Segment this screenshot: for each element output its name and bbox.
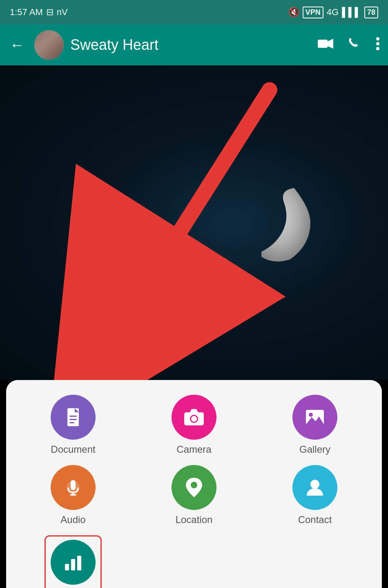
poll-highlight-box: Poll xyxy=(45,535,102,588)
moon-decoration xyxy=(261,184,314,262)
svg-rect-22 xyxy=(65,564,69,570)
svg-rect-0 xyxy=(318,40,328,48)
attach-document[interactable]: Document xyxy=(51,395,96,455)
svg-point-4 xyxy=(376,47,379,50)
attach-poll[interactable]: Poll xyxy=(45,535,102,588)
network-type: 4G xyxy=(327,7,339,18)
attach-contact[interactable]: Contact xyxy=(292,465,337,525)
document-label: Document xyxy=(51,444,95,455)
camera-circle xyxy=(172,395,216,440)
status-bar-right: 🔇 VPN 4G ▌▌▌ 78 xyxy=(288,7,378,18)
svg-point-3 xyxy=(376,42,379,45)
svg-line-6 xyxy=(114,90,270,335)
svg-marker-1 xyxy=(328,39,333,49)
svg-rect-10 xyxy=(69,422,74,423)
location-circle xyxy=(172,465,216,510)
audio-label: Audio xyxy=(60,514,85,525)
chat-background xyxy=(0,65,388,380)
signal-icon: ▌▌▌ xyxy=(342,7,361,18)
carrier-name: nV xyxy=(57,7,68,18)
sim-icon: ⊟ xyxy=(46,7,54,18)
svg-rect-24 xyxy=(77,556,81,570)
svg-point-21 xyxy=(310,480,319,489)
svg-rect-23 xyxy=(71,559,75,570)
camera-label: Camera xyxy=(176,444,211,455)
red-arrow-overlay xyxy=(0,65,388,380)
phone-call-icon[interactable] xyxy=(346,36,363,55)
chat-toolbar: ← Sweaty Heart xyxy=(0,25,388,65)
svg-point-2 xyxy=(376,37,379,40)
toolbar-actions xyxy=(316,35,381,55)
attach-gallery[interactable]: Gallery xyxy=(292,395,337,455)
status-bar: 1:57 AM ⊟ nV 🔇 VPN 4G ▌▌▌ 78 xyxy=(0,0,388,25)
contact-name[interactable]: Sweaty Heart xyxy=(70,36,310,54)
status-time: 1:57 AM xyxy=(10,7,43,18)
attachment-panel: Document Camera xyxy=(6,380,382,588)
battery-level: 78 xyxy=(364,7,378,18)
attach-audio[interactable]: Audio xyxy=(51,465,96,525)
svg-point-20 xyxy=(191,482,197,488)
audio-circle xyxy=(51,465,96,510)
video-call-icon[interactable] xyxy=(316,36,335,54)
attach-location[interactable]: Location xyxy=(172,465,216,525)
attach-camera[interactable]: Camera xyxy=(172,395,216,455)
svg-rect-9 xyxy=(69,419,77,420)
svg-point-13 xyxy=(191,416,197,422)
status-bar-left: 1:57 AM ⊟ nV xyxy=(10,7,68,18)
contact-avatar[interactable] xyxy=(34,30,64,60)
document-circle xyxy=(51,395,96,440)
location-label: Location xyxy=(176,514,213,525)
mute-icon: 🔇 xyxy=(288,7,299,18)
gallery-label: Gallery xyxy=(299,444,330,455)
contact-circle xyxy=(292,465,337,510)
more-options-icon[interactable] xyxy=(374,35,381,55)
gallery-circle xyxy=(292,395,337,440)
attachment-grid: Document Camera xyxy=(16,395,372,588)
poll-circle xyxy=(51,540,96,585)
vpn-badge: VPN xyxy=(303,7,323,18)
contact-label: Contact xyxy=(298,514,332,525)
svg-point-15 xyxy=(309,413,313,417)
svg-rect-8 xyxy=(69,416,77,417)
back-button[interactable]: ← xyxy=(7,33,28,57)
